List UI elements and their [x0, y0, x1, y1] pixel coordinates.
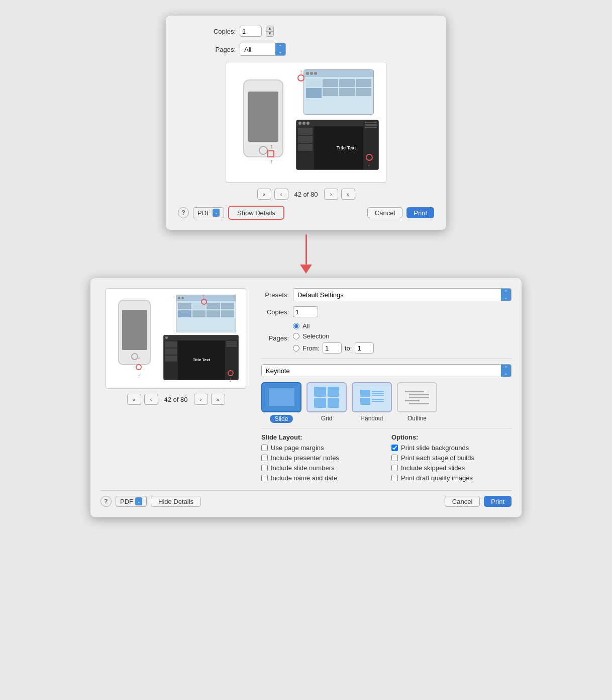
cb-backgrounds-row: Print slide backgrounds — [391, 444, 512, 452]
phone-screen — [248, 92, 278, 142]
pdf-button-bottom[interactable]: PDF ⌄ — [116, 496, 147, 507]
cb-namedate[interactable] — [261, 475, 268, 481]
pages-all-radio[interactable] — [293, 323, 299, 329]
presets-select[interactable]: Default Settings — [293, 289, 501, 301]
grid-icon-inner — [314, 387, 339, 408]
copies-label: Copies: — [208, 28, 236, 35]
grid-cell-4 — [356, 79, 371, 87]
print-button-bottom[interactable]: Print — [484, 496, 512, 507]
cb-numbers-label: Include slide numbers — [271, 464, 334, 472]
ss1-dot-small-2 — [181, 297, 184, 299]
keynote-select-arrow[interactable]: ⌃⌄ — [501, 365, 511, 377]
last-page-btn[interactable]: » — [341, 189, 355, 200]
keynote-select[interactable]: Keynote — [262, 365, 501, 377]
first-page-btn-bottom[interactable]: « — [127, 394, 141, 405]
print-type-handout[interactable]: Handout — [352, 382, 392, 423]
pdf-button-top[interactable]: PDF ⌄ — [193, 207, 224, 218]
next-page-btn-bottom[interactable]: › — [194, 394, 208, 405]
help-button-top[interactable]: ? — [178, 207, 189, 218]
outline-label: Outline — [407, 415, 427, 422]
red-arrow-phone-bottom: ↑ — [270, 158, 273, 165]
prev-page-btn[interactable]: ‹ — [274, 189, 288, 200]
slide-icon[interactable] — [261, 382, 301, 412]
copies-content-bottom — [293, 306, 512, 317]
page-info-bottom: 42 of 80 — [161, 396, 191, 403]
options-col: Options: Print slide backgrounds Print e… — [391, 433, 512, 484]
handout-slide-1 — [360, 390, 370, 397]
red-arrow-phone-top-small: ↑ — [138, 356, 141, 362]
copies-input[interactable]: 1 — [240, 26, 262, 37]
handout-icon[interactable] — [352, 382, 392, 412]
outline-line-1 — [405, 391, 424, 392]
pdf-label: PDF — [197, 209, 211, 217]
cancel-button-top[interactable]: Cancel — [367, 207, 402, 218]
cb-margins[interactable] — [261, 445, 268, 451]
pages-to-input[interactable] — [355, 342, 374, 354]
page-info-top: 42 of 80 — [291, 191, 321, 198]
print-types: Slide Grid — [261, 382, 512, 423]
cb-skipped-label: Include skipped slides — [401, 464, 465, 472]
copies-down[interactable]: ▼ — [266, 32, 273, 37]
pdf-arrow[interactable]: ⌄ — [213, 209, 220, 217]
red-arrow-phone-top: ↑ — [270, 143, 273, 150]
cb-backgrounds[interactable] — [391, 445, 398, 451]
pages-label-bottom: Pages: — [261, 334, 289, 342]
ss1-cell-s5 — [178, 310, 191, 317]
screenshot-1-grid — [304, 77, 373, 100]
presets-select-arrow[interactable]: ⌃⌄ — [501, 289, 511, 301]
ss2-dot-s1 — [165, 336, 168, 339]
phone-home-button — [259, 146, 268, 155]
cb-draft[interactable] — [391, 475, 398, 481]
red-arrow-phone-small: ↓ — [138, 371, 141, 377]
grid-icon[interactable] — [307, 382, 347, 412]
cb-namedate-label: Include name and date — [271, 474, 337, 482]
ss2-main-small: Title Text — [178, 340, 225, 380]
handout-slide-2 — [360, 398, 370, 405]
hide-details-button[interactable]: Hide Details — [151, 496, 201, 507]
next-page-btn[interactable]: › — [324, 189, 338, 200]
pages-from-row: From: to: — [293, 342, 374, 354]
copies-up[interactable]: ▲ — [266, 26, 273, 32]
top-dialog-action-bar: ? PDF ⌄ Show Details Cancel Print — [178, 206, 434, 220]
cancel-button-bottom[interactable]: Cancel — [445, 496, 480, 507]
note-line-3 — [365, 127, 377, 128]
ss2-thumb-3 — [298, 144, 313, 151]
copies-input-bottom[interactable] — [293, 306, 318, 317]
print-type-outline[interactable]: Outline — [397, 382, 437, 423]
pages-select-wrapper[interactable]: All Selection ⌃⌄ — [240, 43, 286, 56]
cb-skipped[interactable] — [391, 465, 398, 471]
divider-1 — [261, 359, 512, 359]
help-button-bottom[interactable]: ? — [100, 496, 112, 507]
pagination-bottom: « ‹ 42 of 80 › » — [127, 394, 225, 405]
print-type-grid[interactable]: Grid — [307, 382, 347, 423]
print-type-slide[interactable]: Slide — [261, 382, 301, 423]
screenshot-2-notes — [363, 120, 378, 169]
keynote-select-wrapper[interactable]: Keynote ⌃⌄ — [261, 364, 512, 377]
pages-from-input[interactable] — [323, 342, 342, 354]
copies-stepper[interactable]: ▲ ▼ — [266, 26, 274, 37]
pages-from-label: From: — [302, 344, 320, 352]
first-page-btn[interactable]: « — [257, 189, 271, 200]
last-page-btn-bottom[interactable]: » — [211, 394, 225, 405]
show-details-button[interactable]: Show Details — [228, 206, 284, 220]
pdf-arrow-bottom[interactable]: ⌄ — [135, 497, 142, 505]
ss2-note-s3 — [226, 345, 237, 346]
pages-select[interactable]: All Selection — [240, 43, 275, 55]
note-line-2 — [365, 124, 377, 126]
screenshot-dot-2 — [310, 72, 313, 75]
red-arrow-ss2-small: ↓ — [229, 377, 232, 383]
cb-builds[interactable] — [391, 455, 398, 461]
pages-select-arrow[interactable]: ⌃⌄ — [275, 43, 285, 55]
pages-selection-radio[interactable] — [293, 333, 299, 339]
print-button-top[interactable]: Print — [406, 207, 434, 218]
outline-icon[interactable] — [397, 382, 437, 412]
presets-select-wrapper[interactable]: Default Settings ⌃⌄ — [293, 288, 512, 301]
ss2-dot-3 — [307, 122, 310, 125]
phone-home-small — [131, 353, 138, 360]
handout-line-2 — [372, 393, 384, 394]
prev-page-btn-bottom[interactable]: ‹ — [144, 394, 158, 405]
handout-line-3 — [372, 395, 384, 396]
cb-notes[interactable] — [261, 455, 268, 461]
cb-numbers[interactable] — [261, 465, 268, 471]
pages-from-radio[interactable] — [293, 345, 299, 352]
